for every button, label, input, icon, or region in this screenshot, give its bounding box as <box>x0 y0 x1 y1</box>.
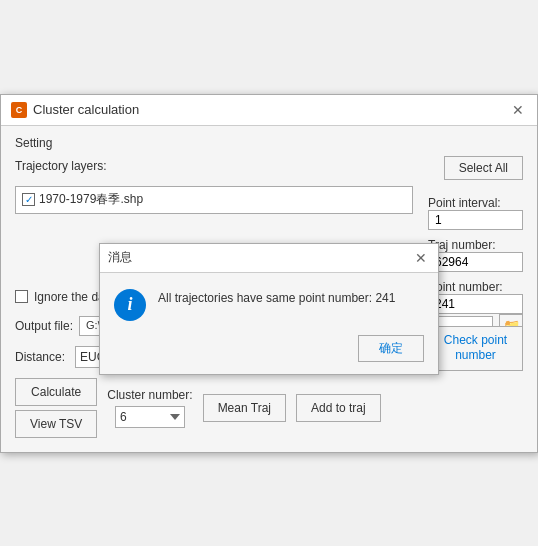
bottom-row: Calculate View TSV Cluster number: 6 Mea… <box>15 378 523 438</box>
confirm-button[interactable]: 确定 <box>358 335 424 362</box>
trajectory-header-row: Trajectory layers: Select All <box>15 156 523 180</box>
info-icon: i <box>114 289 146 321</box>
dialog-title: 消息 <box>108 249 132 266</box>
message-dialog: 消息 ✕ i All trajectories have same point … <box>99 243 439 375</box>
point-number-label: Point number: <box>428 280 523 294</box>
setting-label: Setting <box>15 136 523 150</box>
cluster-number-label: Cluster number: <box>107 388 192 402</box>
check-point-number-button[interactable]: Check point number <box>428 326 523 371</box>
window-body: Setting Trajectory layers: Select All 19… <box>1 126 537 452</box>
cluster-number-select[interactable]: 6 <box>115 406 185 428</box>
app-icon: C <box>11 102 27 118</box>
point-interval-row: Point interval: 1 <box>428 196 523 230</box>
dialog-title-bar: 消息 ✕ <box>100 244 438 273</box>
title-bar-left: C Cluster calculation <box>11 102 139 118</box>
traj-number-row: Traj number: 62964 <box>428 238 523 272</box>
ignore-checkbox[interactable] <box>15 290 28 303</box>
output-file-label: Output file: <box>15 319 73 333</box>
main-window: C Cluster calculation ✕ Setting Trajecto… <box>0 94 538 453</box>
point-interval-value: 1 <box>428 210 523 230</box>
traj-number-value: 62964 <box>428 252 523 272</box>
window-title: Cluster calculation <box>33 102 139 117</box>
dialog-footer: 确定 <box>100 335 438 374</box>
trajectory-layers-label: Trajectory layers: <box>15 159 107 173</box>
calculate-button[interactable]: Calculate <box>15 378 97 406</box>
file-checkbox[interactable] <box>22 193 35 206</box>
point-number-row: Point number: 241 <box>428 280 523 314</box>
point-interval-label: Point interval: <box>428 196 523 210</box>
traj-number-label: Traj number: <box>428 238 523 252</box>
mean-traj-button[interactable]: Mean Traj <box>203 394 286 422</box>
point-number-value: 241 <box>428 294 523 314</box>
right-panel: Point interval: 1 Traj number: 62964 Poi… <box>428 196 523 371</box>
file-list[interactable]: 1970-1979春季.shp <box>15 186 413 214</box>
window-close-button[interactable]: ✕ <box>509 101 527 119</box>
distance-label: Distance: <box>15 350 65 364</box>
file-item-label: 1970-1979春季.shp <box>39 191 143 208</box>
title-bar: C Cluster calculation ✕ <box>1 95 537 126</box>
select-all-button[interactable]: Select All <box>444 156 523 180</box>
view-tsv-button[interactable]: View TSV <box>15 410 97 438</box>
cluster-number-section: Cluster number: 6 <box>107 388 192 428</box>
dialog-close-button[interactable]: ✕ <box>412 249 430 267</box>
dialog-body: i All trajectories have same point numbe… <box>100 273 438 335</box>
add-to-traj-button[interactable]: Add to traj <box>296 394 381 422</box>
dialog-message: All trajectories have same point number:… <box>158 289 424 307</box>
